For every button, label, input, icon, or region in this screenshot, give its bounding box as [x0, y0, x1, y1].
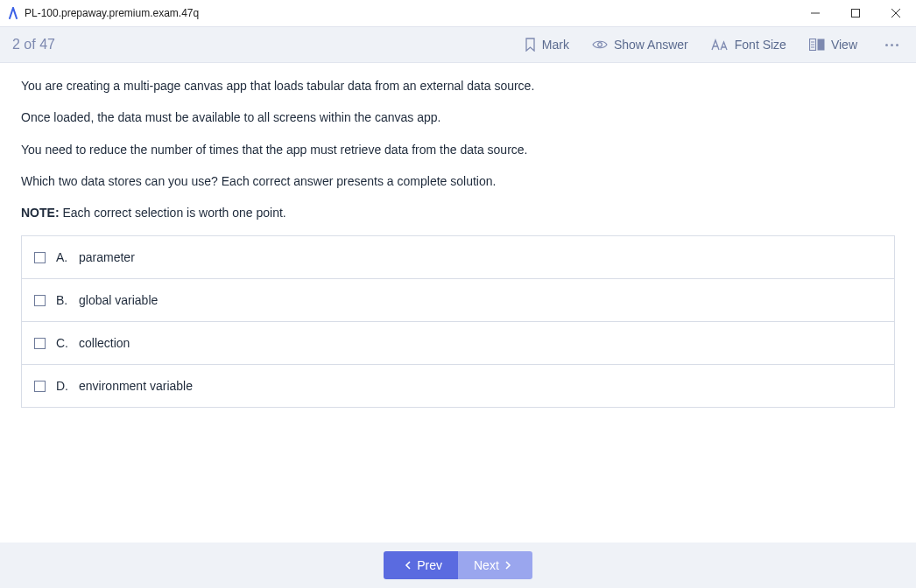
question-counter: 2 of 47 — [12, 37, 55, 52]
answer-option-c[interactable]: C. collection — [22, 322, 894, 365]
chevron-right-icon — [504, 561, 511, 570]
question-paragraph: Which two data stores can you use? Each … — [21, 172, 895, 190]
question-paragraph: You need to reduce the number of times t… — [21, 141, 895, 158]
mark-label: Mark — [542, 38, 569, 52]
question-paragraph: You are creating a multi-page canvas app… — [21, 77, 895, 94]
bookmark-icon — [525, 38, 536, 52]
chevron-left-icon — [405, 561, 412, 570]
next-label: Next — [474, 558, 499, 572]
note-text: Each correct selection is worth one poin… — [60, 206, 286, 220]
svg-rect-6 — [817, 39, 824, 51]
view-label: View — [831, 38, 857, 52]
show-answer-button[interactable]: Show Answer — [592, 38, 688, 52]
view-button[interactable]: View — [809, 38, 857, 52]
font-size-icon — [711, 38, 729, 51]
option-text: parameter — [79, 250, 135, 264]
maximize-button[interactable] — [835, 0, 876, 26]
question-paragraph: Once loaded, the data must be available … — [21, 108, 895, 126]
note-label: NOTE: — [21, 206, 60, 220]
toolbar: 2 of 47 Mark Show Answer Font Size View — [0, 26, 916, 63]
window-title: PL-100.prepaway.premium.exam.47q — [25, 7, 199, 19]
answer-option-a[interactable]: A. parameter — [22, 236, 894, 279]
eye-icon — [592, 39, 608, 50]
show-answer-label: Show Answer — [614, 38, 688, 52]
option-text: collection — [79, 336, 130, 350]
dots-icon — [885, 44, 888, 46]
question-note: NOTE: Each correct selection is worth on… — [21, 204, 895, 221]
answer-option-b[interactable]: B. global variable — [22, 279, 894, 322]
app-logo-icon — [7, 7, 19, 19]
mark-button[interactable]: Mark — [525, 38, 569, 52]
answer-list: A. parameter B. global variable C. colle… — [21, 235, 895, 408]
footer: Prev Next — [0, 542, 916, 588]
prev-button[interactable]: Prev — [384, 551, 458, 579]
answer-option-d[interactable]: D. environment variable — [22, 365, 894, 407]
close-button[interactable] — [876, 0, 916, 26]
checkbox-icon — [34, 381, 46, 392]
more-button[interactable] — [880, 38, 904, 52]
close-icon — [891, 9, 900, 18]
checkbox-icon — [34, 295, 46, 306]
svg-point-4 — [598, 43, 602, 47]
checkbox-icon — [34, 252, 46, 263]
checkbox-icon — [34, 338, 46, 349]
window-controls — [795, 0, 916, 26]
svg-rect-1 — [852, 10, 860, 18]
minimize-button[interactable] — [795, 0, 835, 26]
font-size-button[interactable]: Font Size — [711, 38, 786, 52]
option-text: environment variable — [79, 379, 193, 393]
option-letter: A. — [56, 250, 70, 264]
question-content: You are creating a multi-page canvas app… — [0, 63, 916, 542]
view-icon — [809, 38, 825, 51]
prev-label: Prev — [417, 558, 442, 572]
next-button[interactable]: Next — [458, 551, 532, 579]
nav-buttons: Prev Next — [384, 551, 532, 579]
minimize-icon — [811, 9, 820, 18]
option-letter: C. — [56, 336, 70, 350]
maximize-icon — [851, 9, 860, 18]
app-window: PL-100.prepaway.premium.exam.47q 2 of 47… — [0, 0, 916, 588]
font-size-label: Font Size — [735, 38, 786, 52]
option-letter: B. — [56, 293, 70, 307]
option-text: global variable — [79, 293, 158, 307]
titlebar: PL-100.prepaway.premium.exam.47q — [0, 0, 916, 26]
option-letter: D. — [56, 379, 70, 393]
